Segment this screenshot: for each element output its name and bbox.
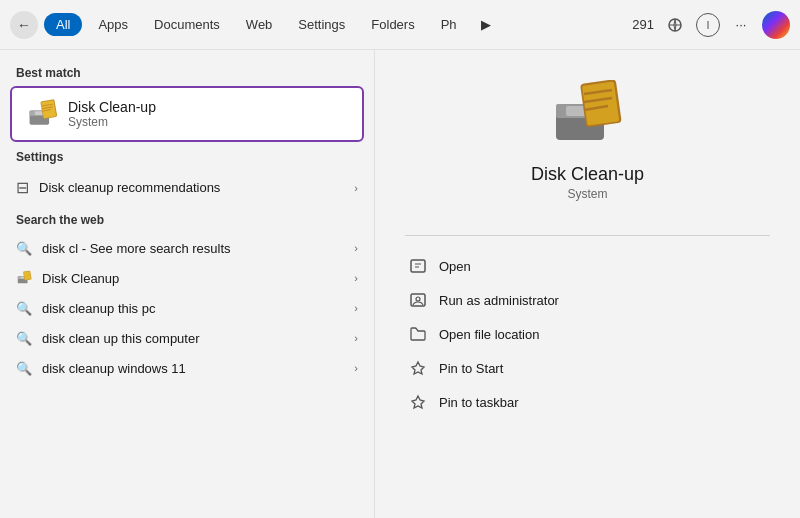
action-pin-start-label: Pin to Start [439, 361, 503, 376]
action-admin[interactable]: Run as administrator [405, 284, 770, 316]
chevron-icon-4: › [354, 362, 358, 374]
search-icon-4: 🔍 [16, 360, 32, 376]
action-file-location-label: Open file location [439, 327, 539, 342]
chevron-icon-1: › [354, 272, 358, 284]
chevron-icon-2: › [354, 302, 358, 314]
toolbar-right: 291 I ··· [632, 11, 790, 39]
web-item-text-1: Disk Cleanup [42, 271, 344, 286]
best-match-text: Disk Clean-up System [68, 99, 156, 129]
play-button[interactable]: ▶ [473, 12, 499, 38]
web-item-text-3: disk clean up this computer [42, 331, 344, 346]
main-content: Best match Disk Clean-up [0, 50, 800, 518]
chevron-icon: › [354, 182, 358, 194]
app-icon-large [552, 80, 624, 152]
search-icon-3: 🔍 [16, 330, 32, 346]
search-icon-2: 🔍 [16, 300, 32, 316]
user-icon[interactable]: I [696, 13, 720, 37]
app-preview: Disk Clean-up System [405, 80, 770, 215]
pin-taskbar-icon [409, 393, 427, 411]
disk-cleanup-icon-small [26, 98, 58, 130]
best-match-title: Disk Clean-up [68, 99, 156, 115]
settings-section: Settings ⊟ Disk cleanup recommendations … [0, 150, 374, 205]
action-list: Open Run as administrator [405, 250, 770, 418]
tab-documents[interactable]: Documents [144, 13, 230, 36]
tab-web[interactable]: Web [236, 13, 283, 36]
cortana-icon[interactable] [762, 11, 790, 39]
web-item-text-4: disk cleanup windows 11 [42, 361, 344, 376]
action-pin-start[interactable]: Pin to Start [405, 352, 770, 384]
open-icon [409, 257, 427, 275]
app-subtitle: System [567, 187, 607, 201]
tab-ph[interactable]: Ph [431, 13, 467, 36]
action-pin-taskbar-label: Pin to taskbar [439, 395, 519, 410]
admin-icon [409, 291, 427, 309]
svg-rect-19 [582, 82, 619, 126]
web-label: Search the web [0, 213, 374, 233]
tab-settings[interactable]: Settings [288, 13, 355, 36]
settings-disk-cleanup[interactable]: ⊟ Disk cleanup recommendations › [0, 170, 374, 205]
tab-all[interactable]: All [44, 13, 82, 36]
web-item-0[interactable]: 🔍 disk cl - See more search results › [0, 233, 374, 263]
best-match-label: Best match [0, 66, 374, 86]
action-open-label: Open [439, 259, 471, 274]
result-count: 291 [632, 17, 654, 32]
disk-icon-1 [16, 270, 32, 286]
more-icon[interactable]: ··· [728, 12, 754, 38]
app-title: Disk Clean-up [531, 164, 644, 185]
search-bar: ← All Apps Documents Web Settings Folder… [0, 0, 800, 50]
action-file-location[interactable]: Open file location [405, 318, 770, 350]
web-item-3[interactable]: 🔍 disk clean up this computer › [0, 323, 374, 353]
action-admin-label: Run as administrator [439, 293, 559, 308]
svg-rect-23 [411, 260, 425, 272]
divider [405, 235, 770, 236]
web-item-1[interactable]: Disk Cleanup › [0, 263, 374, 293]
chevron-icon-0: › [354, 242, 358, 254]
left-panel: Best match Disk Clean-up [0, 50, 375, 518]
svg-point-25 [416, 297, 420, 301]
chevron-icon-3: › [354, 332, 358, 344]
pin-start-icon [409, 359, 427, 377]
settings-label: Settings [0, 150, 374, 170]
tab-apps[interactable]: Apps [88, 13, 138, 36]
folder-icon [409, 325, 427, 343]
settings-disk-icon: ⊟ [16, 178, 29, 197]
action-pin-taskbar[interactable]: Pin to taskbar [405, 386, 770, 418]
settings-item-label: Disk cleanup recommendations [39, 180, 344, 195]
best-match-item[interactable]: Disk Clean-up System [10, 86, 364, 142]
search-icon-0: 🔍 [16, 240, 32, 256]
tab-folders[interactable]: Folders [361, 13, 424, 36]
web-item-2[interactable]: 🔍 disk cleanup this pc › [0, 293, 374, 323]
action-open[interactable]: Open [405, 250, 770, 282]
web-item-text-0: disk cl - See more search results [42, 241, 344, 256]
right-panel: Disk Clean-up System Open [375, 50, 800, 518]
web-item-text-2: disk cleanup this pc [42, 301, 344, 316]
web-section: Search the web 🔍 disk cl - See more sear… [0, 213, 374, 383]
web-item-4[interactable]: 🔍 disk cleanup windows 11 › [0, 353, 374, 383]
best-match-sub: System [68, 115, 156, 129]
network-icon[interactable] [662, 12, 688, 38]
back-button[interactable]: ← [10, 11, 38, 39]
back-icon: ← [17, 17, 31, 33]
